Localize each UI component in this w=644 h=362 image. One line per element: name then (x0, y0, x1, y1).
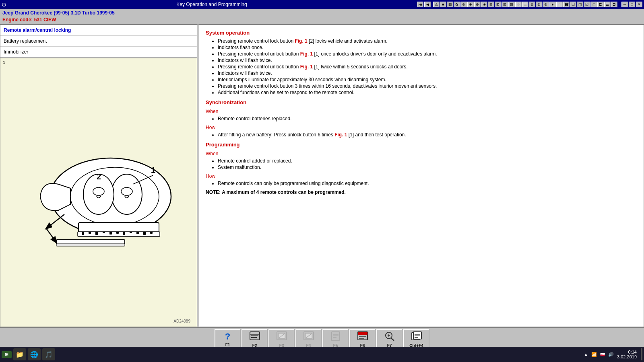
svg-rect-18 (130, 232, 132, 233)
tb-btn-21[interactable]: ◫ (577, 2, 583, 7)
main-container: Remote alarm/central locking Battery rep… (0, 25, 644, 327)
tb-btn-18[interactable]: ☆ (556, 2, 563, 7)
windows-logo: ⊞ (5, 352, 8, 357)
svg-rect-17 (123, 232, 125, 235)
svg-rect-20 (143, 232, 146, 235)
taskbar-right: ▲ 📶 🇵🇱 🔊 0:14 3.02.2019 (584, 348, 642, 360)
svg-rect-43 (358, 332, 367, 335)
sync-how-heading: How (206, 125, 637, 130)
bullet-flash-3: Indicators will flash twice. (218, 70, 637, 76)
warn-icon-btn[interactable]: ⚠ (433, 2, 440, 7)
sync-how-bullet-1: After fitting a new battery: Press unloc… (218, 132, 637, 138)
sync-how-list: After fitting a new battery: Press unloc… (218, 132, 637, 138)
tb-btn-23[interactable]: ◻ (590, 2, 597, 7)
svg-rect-38 (332, 332, 340, 341)
f3-icon (276, 331, 287, 343)
tb-btn-17[interactable]: ♦ (549, 2, 556, 7)
vehicle-name: Jeep Grand Cherokee (99-05) 3,1D Turbo 1… (2, 10, 642, 16)
tb-btn-14[interactable]: ⊛ (529, 2, 535, 7)
tb-btn-7[interactable]: ◈ (481, 2, 487, 7)
f2-icon (249, 331, 260, 343)
start-button[interactable]: ⊞ (2, 351, 12, 358)
svg-rect-51 (413, 332, 421, 339)
nav-item-battery[interactable]: Battery replacement (0, 36, 197, 47)
svg-text:2: 2 (97, 172, 101, 181)
nav-first-btn[interactable]: ⏮ (417, 2, 423, 7)
close-btn[interactable]: ✕ (636, 2, 642, 7)
svg-rect-31 (251, 337, 257, 338)
tray-arrow[interactable]: ▲ (584, 352, 588, 357)
tb-btn-25[interactable]: ☰ (604, 2, 611, 7)
svg-rect-12 (89, 232, 91, 234)
bullet-unlock-2: Pressing remote control unlock button Fi… (218, 64, 637, 70)
fig-ref-1: Fig. 1 (295, 38, 307, 44)
svg-rect-19 (136, 232, 139, 234)
left-panel: Remote alarm/central locking Battery rep… (0, 25, 197, 327)
nav-prev-btn[interactable]: ◀ (424, 2, 431, 7)
figure-area: 1 (0, 58, 197, 327)
sync-when-list: Remote control batteries replaced. (218, 116, 637, 121)
speaker-icon: 🔊 (608, 352, 614, 357)
tb-btn-3[interactable]: ✿ (454, 2, 460, 7)
svg-rect-25 (56, 244, 125, 246)
tb-btn-15[interactable]: ⊜ (536, 2, 542, 7)
nav-item-remote-alarm[interactable]: Remote alarm/central locking (0, 25, 197, 36)
prog-how-heading: How (206, 173, 637, 179)
tb-btn-1[interactable]: ■ (440, 2, 446, 7)
minimize-btn[interactable]: ─ (621, 2, 628, 7)
right-panel[interactable]: System operation Pressing remote control… (199, 25, 644, 327)
svg-rect-30 (251, 335, 258, 336)
tb-btn-2[interactable]: ▦ (447, 2, 453, 7)
tb-btn-6[interactable]: ⊕ (474, 2, 481, 7)
taskbar-app-chrome[interactable]: 🌐 (28, 348, 41, 360)
system-time: 0:14 3.02.2019 (617, 350, 637, 359)
tb-btn-11[interactable]: ⊟ (508, 2, 515, 7)
tb-btn-19[interactable]: ☎ (563, 2, 570, 7)
tb-btn-9[interactable]: ⊠ (495, 2, 501, 7)
bullet-unlock-1: Pressing remote control unlock button Fi… (218, 51, 637, 57)
tb-btn-13[interactable]: ☰ (522, 2, 528, 7)
taskbar-app-media[interactable]: 🎵 (42, 348, 55, 360)
window-title: Key Operation and Programming (6, 2, 417, 7)
svg-line-22 (46, 214, 64, 228)
nav-item-immobilizer[interactable]: Immobilizer (0, 47, 197, 58)
tb-btn-5[interactable]: ⊗ (467, 2, 474, 7)
tb-btn-10[interactable]: ⊡ (502, 2, 508, 7)
bullet-lock: Pressing remote control lock button Fig.… (218, 38, 637, 44)
tb-btn-12[interactable]: ⊘ (515, 2, 522, 7)
tb-btn-16[interactable]: ⊝ (543, 2, 549, 7)
fig-ref-3: Fig. 1 (300, 64, 313, 70)
engine-code: Engine code: 531 CIEW (2, 16, 642, 23)
restore-btn[interactable]: □ (629, 2, 635, 7)
bullet-flash-2: Indicators will flash twice. (218, 58, 637, 63)
tb-btn-22[interactable]: ☑ (584, 2, 590, 7)
keyboard-icon: 🇵🇱 (600, 352, 605, 357)
f1-icon: ? (225, 331, 230, 342)
fig-ref-2: Fig. 1 (300, 51, 313, 57)
tb-btn-20[interactable]: ☐ (570, 2, 576, 7)
programming-heading: Programming (206, 142, 637, 148)
bullet-additional: Additional functions can be set to respo… (218, 90, 637, 95)
bullet-flash-1: Indicators flash once. (218, 45, 637, 50)
sync-when-bullet-1: Remote control batteries replaced. (218, 116, 637, 121)
fig-ref-4: Fig. 1 (334, 132, 347, 138)
taskbar: ⊞ 📁 🌐 🎵 ▲ 📶 🇵🇱 🔊 0:14 3.02.2019 (0, 347, 644, 362)
svg-rect-15 (109, 232, 112, 234)
svg-rect-14 (103, 232, 105, 233)
title-bar-left: ⊙ (2, 1, 6, 8)
svg-point-2 (111, 174, 142, 214)
sync-when-heading: When (206, 109, 637, 114)
tb-btn-26[interactable]: ⊐ (611, 2, 617, 7)
system-operation-list: Pressing remote control lock button Fig.… (218, 38, 637, 95)
system-operation-heading: System operation (206, 30, 637, 36)
prog-when-heading: When (206, 151, 637, 156)
figure-caption: AD24089 (173, 319, 190, 323)
title-bar: ⊙ Key Operation and Programming ⏮ ◀ ⚠ ■ … (0, 0, 644, 9)
tb-btn-24[interactable]: ⊏ (597, 2, 604, 7)
ctrlf4-icon (411, 331, 422, 343)
taskbar-app-explorer[interactable]: 📁 (13, 348, 26, 360)
show-desktop[interactable] (641, 348, 642, 360)
bullet-lock-3: Pressing remote control lock button 3 ti… (218, 83, 637, 89)
tb-btn-8[interactable]: ⊞ (488, 2, 494, 7)
tb-btn-4[interactable]: ⊙ (460, 2, 467, 7)
